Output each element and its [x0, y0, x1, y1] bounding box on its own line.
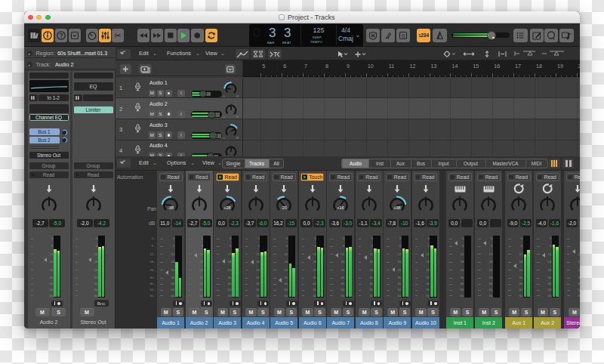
svg-text:?: ? [59, 32, 63, 39]
svg-text:S: S [402, 32, 405, 38]
svg-text:✂: ✂ [115, 31, 122, 40]
